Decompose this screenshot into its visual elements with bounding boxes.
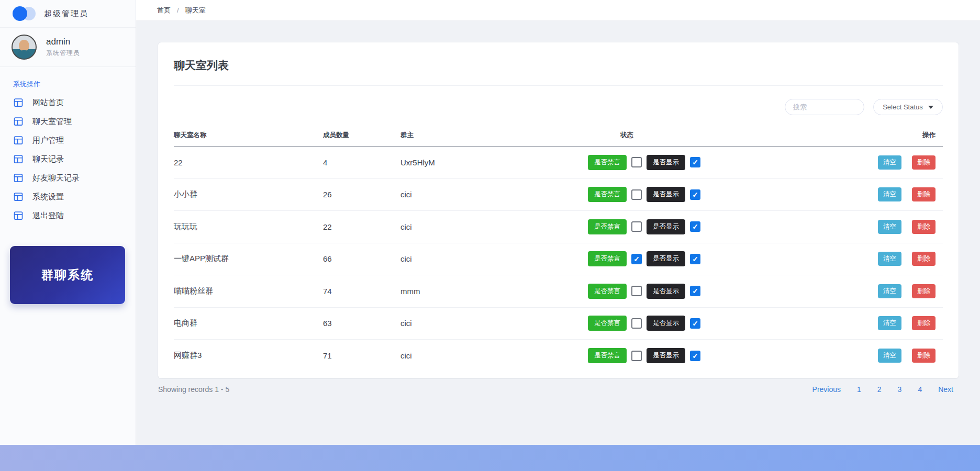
pagination: Previous 1234 Next [812,385,959,394]
app-logo-icon [13,6,37,21]
sidebar-menu-item[interactable]: 系统设置 [0,187,136,206]
clear-button[interactable]: 清空 [878,220,901,234]
actions-cell: 清空 删除 [864,284,943,298]
window-icon [13,173,24,183]
delete-button[interactable]: 删除 [912,316,936,330]
delete-button[interactable]: 删除 [912,349,936,363]
mute-checkbox[interactable] [631,254,642,264]
delete-button[interactable]: 删除 [912,220,936,234]
mute-toggle-button[interactable]: 是否禁言 [588,219,627,234]
breadcrumb-home[interactable]: 首页 [157,6,171,15]
visible-checkbox[interactable] [690,254,700,264]
mute-checkbox[interactable] [631,221,642,232]
chatroom-table: 聊天室名称 成员数量 群主 状态 操作 22 4 Uxr5HlyM 是否禁言 是… [174,126,943,372]
owner-name: cici [400,319,588,328]
user-panel: admin 系统管理员 [0,28,136,67]
brand-row: 超级管理员 [0,0,136,28]
visible-toggle-button[interactable]: 是否显示 [647,187,685,202]
header-actions: 操作 [864,131,943,140]
breadcrumb-separator: / [177,6,179,14]
mute-checkbox[interactable] [631,351,642,361]
member-count: 4 [323,158,400,167]
mute-checkbox[interactable] [631,157,642,167]
visible-checkbox[interactable] [690,286,700,296]
header-members: 成员数量 [323,131,400,140]
header-status: 状态 [588,131,864,140]
pagination-page[interactable]: 3 [898,385,902,394]
status-cell: 是否禁言 是否显示 [588,219,864,234]
owner-name: cici [400,190,588,199]
sidebar-menu-item-label: 网站首页 [32,98,64,108]
delete-button[interactable]: 删除 [912,284,936,298]
pagination-page[interactable]: 2 [877,385,882,394]
visible-toggle-button[interactable]: 是否显示 [647,284,685,299]
actions-cell: 清空 删除 [864,316,943,330]
actions-cell: 清空 删除 [864,187,943,201]
pagination-page[interactable]: 4 [918,385,922,394]
sidebar-menu-item[interactable]: 网站首页 [0,93,136,112]
clear-button[interactable]: 清空 [878,252,901,266]
sidebar-menu-item[interactable]: 退出登陆 [0,206,136,225]
chatroom-list-card: 聊天室列表 Select Status 聊天室名称 成员数量 群主 状态 操作 … [158,42,959,378]
status-filter-value: Select Status [883,103,923,111]
sidebar-menu-item-label: 用户管理 [32,136,64,145]
chatroom-name: 喵喵粉丝群 [174,286,323,296]
table-footer: Showing records 1 - 5 Previous 1234 Next [158,385,959,394]
visible-toggle-button[interactable]: 是否显示 [647,155,685,170]
clear-button[interactable]: 清空 [878,155,901,170]
visible-checkbox[interactable] [690,221,700,232]
mute-toggle-button[interactable]: 是否禁言 [588,348,627,363]
topbar: 首页 / 聊天室 [136,0,980,21]
sidebar: 超级管理员 admin 系统管理员 系统操作 网站首页 聊天室管理 [0,0,136,445]
sidebar-menu-item-label: 聊天记录 [32,154,64,164]
visible-checkbox[interactable] [690,351,700,361]
visible-toggle-button[interactable]: 是否显示 [647,251,685,266]
mute-toggle-button[interactable]: 是否禁言 [588,251,627,266]
brand-title: 超级管理员 [44,9,88,19]
delete-button[interactable]: 删除 [912,187,936,201]
pagination-previous[interactable]: Previous [812,385,841,394]
sidebar-menu-item[interactable]: 好友聊天记录 [0,169,136,187]
visible-toggle-button[interactable]: 是否显示 [647,348,685,363]
search-input[interactable] [785,99,864,115]
table-toolbar: Select Status [158,86,959,126]
system-name-badge: 群聊系统 [10,246,125,304]
member-count: 74 [323,287,400,296]
chatroom-name: 小小群 [174,189,323,199]
mute-checkbox[interactable] [631,189,642,200]
actions-cell: 清空 删除 [864,155,943,170]
delete-button[interactable]: 删除 [912,252,936,266]
member-count: 26 [323,190,400,199]
window-icon [13,154,24,164]
header-name: 聊天室名称 [174,131,323,140]
clear-button[interactable]: 清空 [878,187,901,201]
visible-toggle-button[interactable]: 是否显示 [647,219,685,234]
sidebar-section-label: 系统操作 [0,67,136,92]
clear-button[interactable]: 清空 [878,316,901,330]
sidebar-menu-item[interactable]: 聊天记录 [0,150,136,169]
sidebar-menu-item[interactable]: 用户管理 [0,131,136,150]
table-row: 玩玩玩 22 cici 是否禁言 是否显示 清空 删除 [174,211,943,243]
mute-toggle-button[interactable]: 是否禁言 [588,284,627,299]
sidebar-menu-item[interactable]: 聊天室管理 [0,112,136,131]
mute-toggle-button[interactable]: 是否禁言 [588,155,627,170]
pagination-next[interactable]: Next [938,385,953,394]
visible-toggle-button[interactable]: 是否显示 [647,316,685,331]
visible-checkbox[interactable] [690,189,700,200]
header-owner: 群主 [400,131,588,140]
mute-toggle-button[interactable]: 是否禁言 [588,316,627,331]
window-icon [13,210,24,221]
clear-button[interactable]: 清空 [878,284,901,298]
pagination-page[interactable]: 1 [857,385,861,394]
mute-checkbox[interactable] [631,318,642,329]
table-row: 喵喵粉丝群 74 mmm 是否禁言 是否显示 清空 删除 [174,275,943,308]
window-icon [13,97,24,108]
mute-checkbox[interactable] [631,286,642,296]
visible-checkbox[interactable] [690,157,700,167]
status-filter-select[interactable]: Select Status [873,99,943,115]
mute-toggle-button[interactable]: 是否禁言 [588,187,627,202]
delete-button[interactable]: 删除 [912,155,936,170]
visible-checkbox[interactable] [690,318,700,329]
clear-button[interactable]: 清空 [878,349,901,363]
table-row: 网赚群3 71 cici 是否禁言 是否显示 清空 删除 [174,340,943,372]
